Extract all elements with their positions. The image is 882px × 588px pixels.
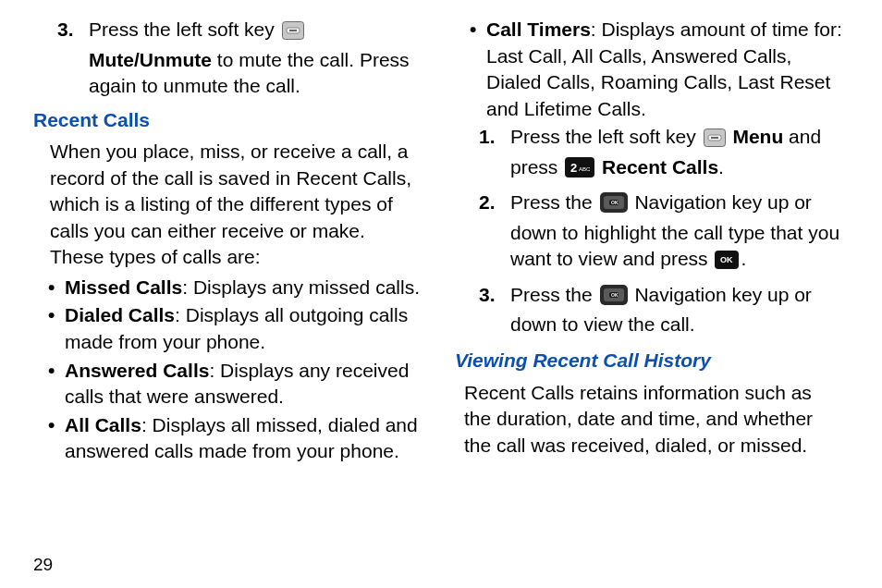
ok-key-icon: OK (715, 250, 739, 276)
step-2-nav: 2. Press the OK Navigation key up or dow… (479, 190, 843, 276)
heading-viewing-history: Viewing Recent Call History (455, 348, 843, 374)
manual-page: 3. Press the left soft key Mute/Unmute t… (0, 0, 882, 588)
step-number: 3. (57, 17, 89, 100)
bullet-body: All Calls: Displays all missed, dialed a… (65, 412, 422, 465)
two-columns: 3. Press the left soft key Mute/Unmute t… (33, 17, 849, 534)
bullet-missed: • Missed Calls: Displays any missed call… (48, 275, 422, 301)
bullet-label: Missed Calls (65, 276, 182, 298)
step-text-pre: Press the left soft key (89, 18, 280, 40)
bullet-all: • All Calls: Displays all missed, dialed… (48, 412, 422, 465)
step-1-menu: 1. Press the left soft key Menu and pres… (479, 124, 843, 184)
page-number: 29 (33, 555, 53, 575)
svg-text:OK: OK (720, 255, 733, 264)
svg-text:OK: OK (611, 200, 619, 205)
viewing-history-paragraph: Recent Calls retains information such as… (464, 380, 843, 459)
left-soft-key-icon (282, 20, 304, 47)
bullet-dot: • (48, 302, 65, 355)
step-3-mute: 3. Press the left soft key Mute/Unmute t… (57, 17, 422, 100)
step-body: Press the OK Navigation key up or down t… (510, 282, 843, 338)
svg-text:OK: OK (611, 292, 619, 298)
bullet-body: Call Timers: Displays amount of time for… (486, 17, 843, 122)
bullet-label: All Calls (65, 414, 141, 435)
step-3-nav: 3. Press the OK Navigation key up or dow… (479, 282, 843, 338)
step-number: 2. (479, 190, 510, 276)
step-number: 3. (479, 282, 510, 338)
svg-text:2: 2 (570, 161, 577, 175)
recent-calls-paragraph: When you place, miss, or receive a call,… (50, 139, 422, 271)
step-text-pre: Press the left soft key (510, 126, 702, 147)
bullet-dialed: • Dialed Calls: Displays all outgoing ca… (48, 302, 422, 355)
bullet-text: : Displays any missed calls. (182, 276, 420, 298)
bullet-label: Call Timers (486, 18, 591, 40)
bullet-label: Dialed Calls (65, 304, 175, 325)
step-bold-menu: Menu (732, 126, 783, 147)
bullet-label: Answered Calls (65, 360, 209, 381)
step-bold-mute: Mute/Unmute (89, 49, 212, 70)
step-number: 1. (479, 124, 510, 184)
bullet-body: Dialed Calls: Displays all outgoing call… (65, 302, 422, 355)
step-text-pre: Press the (510, 191, 598, 213)
bullet-answered: • Answered Calls: Displays any received … (48, 358, 422, 410)
two-abc-key-icon: 2 ABC (565, 157, 594, 185)
bullet-dot: • (48, 412, 65, 465)
heading-recent-calls: Recent Calls (33, 107, 422, 134)
left-column: 3. Press the left soft key Mute/Unmute t… (33, 17, 422, 534)
step-bold-recent: Recent Calls (602, 156, 718, 178)
navigation-key-icon: OK (600, 285, 628, 312)
step-body: Press the left soft key Mute/Unmute to m… (89, 17, 422, 100)
step-body: Press the left soft key Menu and press (510, 124, 843, 184)
right-column: • Call Timers: Displays amount of time f… (455, 17, 843, 534)
step-text-end: . (741, 248, 746, 269)
step-body: Press the OK Navigation key up or down t… (510, 190, 843, 276)
bullet-dot: • (48, 358, 65, 410)
step-text-end: . (718, 156, 724, 178)
bullet-dot: • (48, 275, 65, 301)
svg-text:ABC: ABC (579, 166, 591, 172)
navigation-key-icon: OK (600, 192, 628, 220)
step-text-pre: Press the (510, 284, 598, 305)
bullet-body: Answered Calls: Displays any received ca… (65, 358, 422, 410)
bullet-body: Missed Calls: Displays any missed calls. (65, 275, 422, 301)
bullet-call-timers: • Call Timers: Displays amount of time f… (470, 17, 843, 122)
bullet-dot: • (470, 17, 486, 122)
left-soft-key-icon (704, 128, 726, 154)
